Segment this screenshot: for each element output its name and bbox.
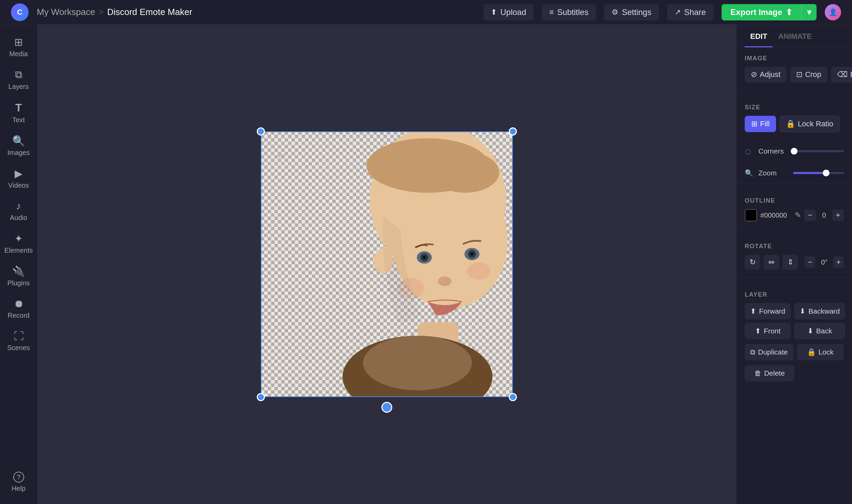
outline-minus-button[interactable]: −: [804, 209, 816, 221]
right-panel: EDIT ANIMATE IMAGE ⊘ Adjust ⊡ Crop ⌫: [736, 25, 852, 504]
crop-button[interactable]: ⊡ Crop: [790, 67, 827, 82]
sidebar-item-label-audio: Audio: [10, 214, 27, 222]
rotate-degree-minus-button[interactable]: −: [805, 256, 815, 268]
adjust-button[interactable]: ⊘ Adjust: [745, 67, 787, 82]
eyedropper-button[interactable]: ✎: [795, 211, 801, 220]
layer-action-row: ⧉ Duplicate 🔒 Lock: [745, 344, 844, 360]
upload-button[interactable]: ⬆ Upload: [483, 4, 534, 20]
duplicate-icon: ⧉: [750, 348, 755, 356]
lock-button[interactable]: 🔒 Lock: [797, 344, 844, 360]
lock-ratio-icon: 🔒: [786, 120, 795, 128]
project-name[interactable]: Discord Emote Maker: [107, 7, 192, 17]
main-area: ⊞ Media ⧉ Layers T Text 🔍 Images ▶ Video…: [0, 25, 852, 504]
zoom-icon: 🔍: [745, 169, 754, 177]
subtitles-button[interactable]: ≡ Subtitles: [542, 4, 596, 20]
size-buttons: ⊞ Fill 🔒 Lock Ratio: [745, 116, 844, 132]
backward-icon: ⬇: [800, 307, 806, 315]
sidebar-item-record[interactable]: ⏺ Record: [2, 293, 36, 324]
fill-button[interactable]: ⊞ Fill: [745, 116, 776, 132]
divider-3: [737, 229, 852, 229]
sidebar-item-label-scenes: Scenes: [7, 344, 30, 352]
layer-back-button[interactable]: ⬇ Back: [794, 323, 845, 339]
panel-tabs: EDIT ANIMATE: [737, 25, 852, 47]
outline-color-swatch[interactable]: [745, 209, 757, 221]
eyedropper-icon: ✎: [795, 211, 801, 219]
divider-2: [737, 183, 852, 184]
handle-bottom-left[interactable]: [257, 393, 265, 401]
avatar[interactable]: 👤: [825, 4, 841, 20]
size-section-title: SIZE: [745, 104, 844, 111]
zoom-slider-thumb[interactable]: [823, 170, 830, 176]
share-button[interactable]: ↗ Share: [667, 4, 713, 20]
sidebar-item-images[interactable]: 🔍 Images: [2, 130, 36, 161]
tab-edit[interactable]: EDIT: [745, 25, 773, 47]
lock-ratio-button[interactable]: 🔒 Lock Ratio: [779, 116, 840, 132]
zoom-slider[interactable]: [793, 172, 844, 174]
erase-button[interactable]: ⌫ Erase: [831, 67, 852, 82]
minus-icon: −: [808, 211, 812, 220]
export-dropdown-button[interactable]: ▾: [801, 4, 817, 20]
rotate-degree-plus-button[interactable]: +: [833, 256, 844, 268]
sidebar-item-audio[interactable]: ♪ Audio: [2, 195, 36, 226]
sidebar-item-text[interactable]: T Text: [2, 97, 36, 129]
sidebar-item-label-videos: Videos: [8, 182, 29, 189]
image-section: IMAGE ⊘ Adjust ⊡ Crop ⌫ Erase: [737, 47, 852, 82]
layers-icon: ⧉: [15, 69, 22, 81]
svg-point-7: [423, 256, 426, 259]
export-main[interactable]: Export Image ⬆: [722, 4, 801, 20]
sidebar-item-plugins[interactable]: 🔌 Plugins: [2, 261, 36, 292]
sidebar-item-scenes[interactable]: ⛶ Scenes: [2, 326, 36, 357]
layer-front-button[interactable]: ⬆ Front: [745, 323, 791, 339]
divider-4: [737, 277, 852, 278]
sidebar-item-layers[interactable]: ⧉ Layers: [2, 64, 36, 95]
rotate-plus-icon: +: [836, 258, 841, 267]
videos-icon: ▶: [15, 168, 22, 179]
rotate-cw-button[interactable]: ↻: [745, 255, 760, 270]
left-sidebar: ⊞ Media ⧉ Layers T Text 🔍 Images ▶ Video…: [0, 25, 37, 504]
flip-vertical-button[interactable]: ⇕: [783, 255, 798, 270]
sidebar-item-help[interactable]: ? Help: [2, 467, 36, 497]
tab-animate[interactable]: ANIMATE: [773, 25, 817, 47]
sidebar-item-media[interactable]: ⊞ Media: [2, 31, 36, 63]
zoom-slider-fill: [793, 172, 826, 174]
zoom-label: Zoom: [758, 169, 789, 177]
settings-button[interactable]: ⚙ Settings: [604, 4, 659, 20]
layer-section-title: LAYER: [745, 291, 844, 298]
workspace-link[interactable]: My Workspace: [37, 7, 95, 17]
export-button[interactable]: Export Image ⬆ ▾: [722, 4, 817, 20]
svg-point-4: [431, 152, 499, 193]
outline-count: 0: [819, 211, 829, 219]
corners-slider-thumb[interactable]: [791, 148, 798, 155]
layer-backward-button[interactable]: ⬇ Backward: [794, 303, 845, 319]
corners-slider[interactable]: [793, 150, 844, 152]
handle-top-right[interactable]: [509, 127, 517, 136]
delete-button[interactable]: 🗑 Delete: [745, 365, 794, 381]
corners-icon: ◌: [745, 147, 754, 155]
baby-image: [261, 131, 513, 397]
subtitles-label: Subtitles: [557, 7, 588, 17]
export-label: Export Image: [730, 7, 782, 17]
subtitles-icon: ≡: [549, 8, 554, 17]
handle-bottom-center[interactable]: [381, 402, 392, 413]
svg-point-15: [363, 336, 472, 390]
canvas-wrapper[interactable]: ✏: [261, 131, 513, 397]
outline-plus-button[interactable]: +: [832, 209, 844, 221]
adjust-icon: ⊘: [751, 70, 757, 79]
sidebar-item-videos[interactable]: ▶ Videos: [2, 163, 36, 194]
fill-icon: ⊞: [751, 120, 757, 128]
sidebar-item-elements[interactable]: ✦ Elements: [2, 228, 36, 259]
delete-row: 🗑 Delete: [745, 365, 844, 381]
flip-horizontal-button[interactable]: ⇔: [763, 255, 779, 270]
forward-icon: ⬆: [750, 307, 756, 315]
app-logo[interactable]: C: [11, 3, 29, 21]
erase-icon: ⌫: [837, 70, 848, 79]
settings-label: Settings: [622, 7, 651, 17]
sidebar-item-label-media: Media: [9, 50, 28, 58]
layer-forward-button[interactable]: ⬆ Forward: [745, 303, 791, 319]
scenes-icon: ⛶: [14, 330, 24, 342]
corners-section: ◌ Corners: [737, 140, 852, 155]
handle-top-left[interactable]: [257, 127, 265, 136]
outline-row: #000000 ✎ − 0 +: [745, 209, 844, 221]
handle-bottom-right[interactable]: [509, 393, 517, 401]
duplicate-button[interactable]: ⧉ Duplicate: [745, 344, 793, 360]
